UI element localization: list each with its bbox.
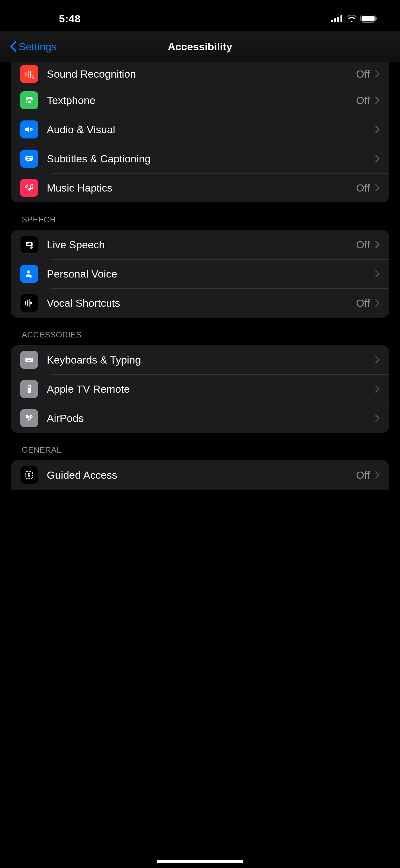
row-value: Off <box>356 469 370 481</box>
svg-rect-13 <box>26 101 32 103</box>
chevron-left-icon <box>9 41 17 53</box>
svg-rect-57 <box>29 390 30 391</box>
svg-point-63 <box>31 416 32 417</box>
svg-rect-56 <box>29 390 29 391</box>
row-label: Personal Voice <box>47 268 375 280</box>
row-guided-access[interactable]: Guided Access Off <box>11 460 389 490</box>
svg-rect-6 <box>376 17 377 20</box>
nav-bar: Settings Accessibility <box>0 31 400 62</box>
row-label: Subtitles & Captioning <box>47 153 375 165</box>
svg-rect-1 <box>334 18 336 22</box>
row-value: Off <box>356 239 370 251</box>
svg-rect-47 <box>28 359 28 359</box>
sound-recognition-icon <box>20 65 38 83</box>
row-label: Textphone <box>47 94 356 106</box>
svg-rect-65 <box>28 475 30 476</box>
vocal-shortcuts-icon <box>20 294 38 312</box>
settings-group-general: Guided Access Off <box>11 460 389 490</box>
section-header-accessories: ACCESSORIES <box>0 318 400 345</box>
row-sound-recognition[interactable]: Sound Recognition Off <box>11 62 389 86</box>
svg-rect-48 <box>29 359 29 359</box>
personal-voice-icon <box>20 265 38 283</box>
battery-icon <box>360 14 378 23</box>
svg-rect-20 <box>30 102 30 103</box>
svg-rect-59 <box>28 417 29 421</box>
row-label: Sound Recognition <box>47 68 356 80</box>
section-header-general: GENERAL <box>0 433 400 460</box>
svg-rect-24 <box>26 156 33 161</box>
row-value: Off <box>356 297 370 309</box>
svg-rect-21 <box>31 102 32 103</box>
row-label: Live Speech <box>47 239 356 251</box>
row-textphone[interactable]: Textphone Off <box>11 86 389 115</box>
svg-rect-5 <box>362 16 374 22</box>
svg-rect-55 <box>29 389 30 389</box>
svg-rect-49 <box>30 359 31 359</box>
row-value: Off <box>356 94 370 106</box>
music-haptics-icon <box>20 179 38 197</box>
svg-rect-33 <box>30 243 31 244</box>
svg-point-62 <box>27 416 27 417</box>
chevron-right-icon <box>375 241 380 249</box>
chevron-right-icon <box>375 385 380 393</box>
chevron-right-icon <box>375 125 380 133</box>
row-live-speech[interactable]: Live Speech Off <box>11 230 389 259</box>
status-bar: 5:48 <box>0 0 400 31</box>
svg-rect-46 <box>26 359 27 359</box>
back-button[interactable]: Settings <box>9 41 57 53</box>
row-apple-tv-remote[interactable]: Apple TV Remote <box>11 374 389 404</box>
settings-group-accessories: Keyboards & Typing Apple TV Remote <box>11 345 389 433</box>
row-keyboards-typing[interactable]: Keyboards & Typing <box>11 345 389 374</box>
svg-rect-50 <box>31 359 32 359</box>
svg-rect-30 <box>27 243 27 244</box>
svg-point-38 <box>27 270 30 274</box>
svg-rect-31 <box>28 243 29 244</box>
svg-line-12 <box>33 78 34 79</box>
page-title: Accessibility <box>168 41 232 53</box>
keyboard-icon <box>20 351 38 369</box>
section-header-speech: SPEECH <box>0 203 400 230</box>
row-label: Vocal Shortcuts <box>47 297 356 309</box>
textphone-icon <box>20 91 38 109</box>
svg-rect-0 <box>331 20 333 22</box>
svg-rect-15 <box>29 101 29 102</box>
chevron-right-icon <box>375 299 380 307</box>
row-subtitles-captioning[interactable]: Subtitles & Captioning <box>11 144 389 173</box>
audio-visual-icon <box>20 120 38 138</box>
settings-group-speech: Live Speech Off Personal Voice <box>11 230 389 318</box>
row-audio-visual[interactable]: Audio & Visual <box>11 115 389 144</box>
status-time: 5:48 <box>59 13 80 25</box>
settings-group-hearing: Sound Recognition Off Textphone Off <box>11 62 389 203</box>
row-label: Keyboards & Typing <box>47 354 375 366</box>
svg-rect-19 <box>29 102 29 103</box>
svg-rect-51 <box>27 361 31 361</box>
row-label: AirPods <box>47 412 375 424</box>
row-music-haptics[interactable]: Music Haptics Off <box>11 173 389 203</box>
guided-access-icon <box>20 466 38 484</box>
svg-rect-3 <box>340 15 342 22</box>
back-label: Settings <box>19 41 57 53</box>
svg-rect-45 <box>26 358 33 362</box>
svg-rect-17 <box>31 101 32 102</box>
chevron-right-icon <box>375 70 380 78</box>
row-value: Off <box>356 182 370 194</box>
svg-rect-34 <box>27 244 31 245</box>
svg-rect-18 <box>27 102 28 103</box>
row-personal-voice[interactable]: Personal Voice <box>11 259 389 288</box>
remote-icon <box>20 380 38 398</box>
live-speech-icon <box>20 236 38 254</box>
chevron-right-icon <box>375 184 380 192</box>
chevron-right-icon <box>375 155 380 163</box>
row-vocal-shortcuts[interactable]: Vocal Shortcuts Off <box>11 288 389 318</box>
row-airpods[interactable]: AirPods <box>11 404 389 433</box>
svg-point-53 <box>28 386 30 388</box>
svg-rect-14 <box>27 101 28 102</box>
chevron-right-icon <box>375 96 380 104</box>
svg-rect-16 <box>30 101 30 102</box>
svg-point-28 <box>31 187 33 189</box>
home-indicator[interactable] <box>157 860 243 863</box>
svg-rect-29 <box>26 242 33 246</box>
status-indicators <box>331 14 378 23</box>
row-label: Apple TV Remote <box>47 383 375 395</box>
svg-rect-54 <box>29 389 29 389</box>
